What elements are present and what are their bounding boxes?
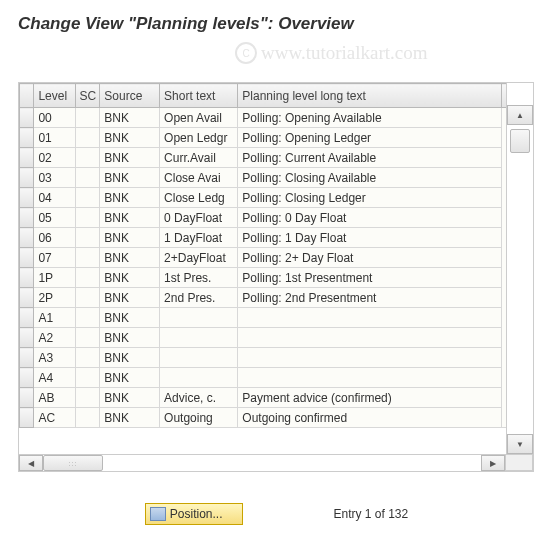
cell-short[interactable]: Outgoing	[160, 408, 238, 428]
col-header-sc[interactable]: SC	[75, 84, 100, 108]
table-row[interactable]: 01BNKOpen LedgrPolling: Opening Ledger	[20, 128, 533, 148]
cell-level[interactable]: 01	[34, 128, 75, 148]
cell-long[interactable]: Polling: Closing Available	[238, 168, 502, 188]
table-row[interactable]: ABBNKAdvice, c.Payment advice (confirmed…	[20, 388, 533, 408]
row-handle[interactable]	[20, 148, 34, 168]
cell-source[interactable]: BNK	[100, 288, 160, 308]
cell-source[interactable]: BNK	[100, 128, 160, 148]
cell-long[interactable]	[238, 328, 502, 348]
row-handle[interactable]	[20, 208, 34, 228]
cell-source[interactable]: BNK	[100, 248, 160, 268]
cell-sc[interactable]	[75, 388, 100, 408]
cell-source[interactable]: BNK	[100, 368, 160, 388]
col-header-long[interactable]: Planning level long text	[238, 84, 502, 108]
cell-sc[interactable]	[75, 248, 100, 268]
cell-short[interactable]	[160, 308, 238, 328]
row-handle[interactable]	[20, 348, 34, 368]
cell-long[interactable]	[238, 348, 502, 368]
cell-long[interactable]: Polling: Closing Ledger	[238, 188, 502, 208]
cell-long[interactable]: Payment advice (confirmed)	[238, 388, 502, 408]
col-header-short[interactable]: Short text	[160, 84, 238, 108]
cell-source[interactable]: BNK	[100, 268, 160, 288]
cell-short[interactable]	[160, 328, 238, 348]
cell-short[interactable]: Close Avai	[160, 168, 238, 188]
table-row[interactable]: A2BNK	[20, 328, 533, 348]
cell-level[interactable]: A4	[34, 368, 75, 388]
scroll-left-button[interactable]: ◀	[19, 455, 43, 471]
cell-level[interactable]: A3	[34, 348, 75, 368]
cell-long[interactable]: Polling: 1 Day Float	[238, 228, 502, 248]
cell-sc[interactable]	[75, 168, 100, 188]
cell-short[interactable]: Open Avail	[160, 108, 238, 128]
cell-short[interactable]	[160, 348, 238, 368]
cell-level[interactable]: 03	[34, 168, 75, 188]
cell-level[interactable]: 02	[34, 148, 75, 168]
cell-sc[interactable]	[75, 288, 100, 308]
cell-long[interactable]: Polling: Current Available	[238, 148, 502, 168]
cell-sc[interactable]	[75, 148, 100, 168]
table-row[interactable]: 03BNKClose AvaiPolling: Closing Availabl…	[20, 168, 533, 188]
row-handle[interactable]	[20, 188, 34, 208]
cell-sc[interactable]	[75, 348, 100, 368]
cell-source[interactable]: BNK	[100, 388, 160, 408]
cell-sc[interactable]	[75, 128, 100, 148]
row-select-header[interactable]	[20, 84, 34, 108]
table-row[interactable]: 2PBNK2nd Pres.Polling: 2nd Presentment	[20, 288, 533, 308]
cell-sc[interactable]	[75, 368, 100, 388]
row-handle[interactable]	[20, 408, 34, 428]
cell-level[interactable]: A1	[34, 308, 75, 328]
position-button[interactable]: Position...	[145, 503, 244, 525]
table-row[interactable]: 05BNK0 DayFloatPolling: 0 Day Float	[20, 208, 533, 228]
cell-short[interactable]: 0 DayFloat	[160, 208, 238, 228]
cell-long[interactable]: Polling: 1st Presentment	[238, 268, 502, 288]
table-row[interactable]: A4BNK	[20, 368, 533, 388]
cell-source[interactable]: BNK	[100, 108, 160, 128]
cell-long[interactable]: Polling: 2+ Day Float	[238, 248, 502, 268]
cell-source[interactable]: BNK	[100, 188, 160, 208]
cell-long[interactable]	[238, 368, 502, 388]
scroll-thumb-vertical[interactable]	[510, 129, 530, 153]
row-handle[interactable]	[20, 308, 34, 328]
cell-long[interactable]: Polling: Opening Ledger	[238, 128, 502, 148]
scroll-down-button[interactable]: ▼	[507, 434, 533, 454]
row-handle[interactable]	[20, 268, 34, 288]
cell-long[interactable]	[238, 308, 502, 328]
cell-level[interactable]: 1P	[34, 268, 75, 288]
table-row[interactable]: 02BNKCurr.AvailPolling: Current Availabl…	[20, 148, 533, 168]
cell-source[interactable]: BNK	[100, 408, 160, 428]
cell-long[interactable]: Outgoing confirmed	[238, 408, 502, 428]
row-handle[interactable]	[20, 248, 34, 268]
vertical-scrollbar[interactable]: ▲ ▼	[506, 83, 533, 454]
table-row[interactable]: 06BNK1 DayFloatPolling: 1 Day Float	[20, 228, 533, 248]
cell-level[interactable]: 2P	[34, 288, 75, 308]
cell-short[interactable]: Close Ledg	[160, 188, 238, 208]
row-handle[interactable]	[20, 168, 34, 188]
scroll-up-button[interactable]: ▲	[507, 105, 533, 125]
cell-level[interactable]: 07	[34, 248, 75, 268]
table-row[interactable]: A3BNK	[20, 348, 533, 368]
cell-source[interactable]: BNK	[100, 168, 160, 188]
col-header-source[interactable]: Source	[100, 84, 160, 108]
cell-level[interactable]: AB	[34, 388, 75, 408]
cell-short[interactable]: 1 DayFloat	[160, 228, 238, 248]
cell-level[interactable]: A2	[34, 328, 75, 348]
cell-short[interactable]	[160, 368, 238, 388]
cell-source[interactable]: BNK	[100, 148, 160, 168]
cell-level[interactable]: 06	[34, 228, 75, 248]
scroll-thumb-horizontal[interactable]: :::	[43, 455, 103, 471]
row-handle[interactable]	[20, 388, 34, 408]
cell-long[interactable]: Polling: 0 Day Float	[238, 208, 502, 228]
cell-long[interactable]: Polling: 2nd Presentment	[238, 288, 502, 308]
table-row[interactable]: ACBNKOutgoingOutgoing confirmed	[20, 408, 533, 428]
cell-sc[interactable]	[75, 268, 100, 288]
cell-short[interactable]: Advice, c.	[160, 388, 238, 408]
cell-level[interactable]: 00	[34, 108, 75, 128]
cell-source[interactable]: BNK	[100, 308, 160, 328]
cell-level[interactable]: 05	[34, 208, 75, 228]
cell-source[interactable]: BNK	[100, 348, 160, 368]
scroll-right-button[interactable]: ▶	[481, 455, 505, 471]
cell-short[interactable]: 2+DayFloat	[160, 248, 238, 268]
cell-sc[interactable]	[75, 328, 100, 348]
table-row[interactable]: 04BNKClose LedgPolling: Closing Ledger	[20, 188, 533, 208]
table-row[interactable]: 07BNK2+DayFloatPolling: 2+ Day Float	[20, 248, 533, 268]
